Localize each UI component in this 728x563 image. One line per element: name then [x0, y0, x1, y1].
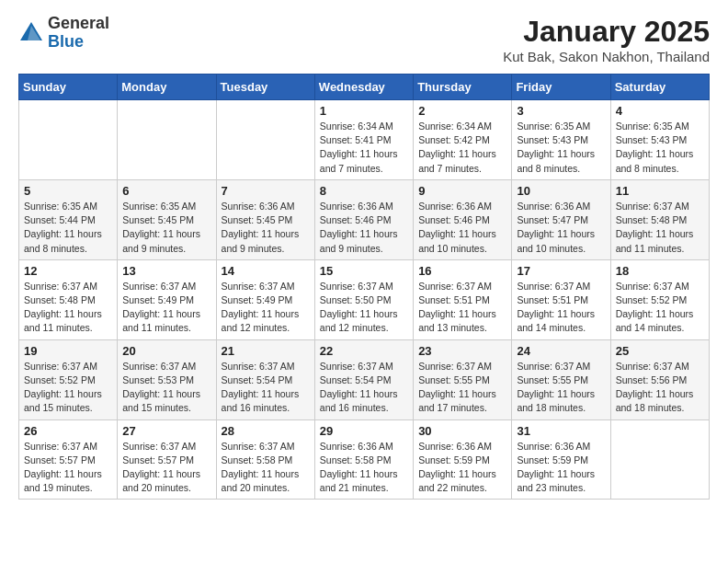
day-info: Sunrise: 6:36 AM Sunset: 5:47 PM Dayligh…: [517, 200, 605, 256]
day-number: 11: [616, 184, 704, 198]
logo-blue-text: Blue: [48, 33, 109, 52]
calendar-cell: 20Sunrise: 6:37 AM Sunset: 5:53 PM Dayli…: [118, 339, 216, 419]
calendar-cell: 3Sunrise: 6:35 AM Sunset: 5:43 PM Daylig…: [512, 100, 610, 180]
day-info: Sunrise: 6:37 AM Sunset: 5:57 PM Dayligh…: [122, 440, 210, 496]
day-info: Sunrise: 6:37 AM Sunset: 5:56 PM Dayligh…: [616, 360, 704, 416]
week-row-2: 5Sunrise: 6:35 AM Sunset: 5:44 PM Daylig…: [19, 179, 710, 259]
calendar-table: SundayMondayTuesdayWednesdayThursdayFrid…: [18, 74, 710, 500]
day-info: Sunrise: 6:37 AM Sunset: 5:53 PM Dayligh…: [122, 360, 210, 416]
day-info: Sunrise: 6:34 AM Sunset: 5:41 PM Dayligh…: [320, 120, 408, 176]
day-info: Sunrise: 6:35 AM Sunset: 5:45 PM Dayligh…: [122, 200, 210, 256]
day-info: Sunrise: 6:37 AM Sunset: 5:49 PM Dayligh…: [122, 280, 210, 336]
calendar-cell: 1Sunrise: 6:34 AM Sunset: 5:41 PM Daylig…: [314, 100, 413, 180]
day-number: 3: [517, 104, 605, 118]
calendar-cell: [216, 100, 314, 180]
calendar-cell: 19Sunrise: 6:37 AM Sunset: 5:52 PM Dayli…: [19, 339, 118, 419]
weekday-header-thursday: Thursday: [414, 75, 512, 100]
day-info: Sunrise: 6:34 AM Sunset: 5:42 PM Dayligh…: [418, 120, 506, 176]
calendar-cell: 14Sunrise: 6:37 AM Sunset: 5:49 PM Dayli…: [216, 259, 314, 339]
calendar-cell: 27Sunrise: 6:37 AM Sunset: 5:57 PM Dayli…: [118, 419, 216, 500]
day-number: 22: [320, 344, 408, 358]
title-block: January 2025 Kut Bak, Sakon Nakhon, Thai…: [503, 15, 710, 64]
day-info: Sunrise: 6:37 AM Sunset: 5:50 PM Dayligh…: [320, 280, 408, 336]
day-number: 21: [222, 344, 310, 358]
day-info: Sunrise: 6:35 AM Sunset: 5:43 PM Dayligh…: [616, 120, 704, 176]
weekday-header-sunday: Sunday: [19, 75, 118, 100]
day-info: Sunrise: 6:37 AM Sunset: 5:57 PM Dayligh…: [24, 440, 112, 496]
calendar-cell: 2Sunrise: 6:34 AM Sunset: 5:42 PM Daylig…: [414, 100, 512, 180]
weekday-header-saturday: Saturday: [610, 75, 709, 100]
calendar-cell: 15Sunrise: 6:37 AM Sunset: 5:50 PM Dayli…: [314, 259, 413, 339]
day-info: Sunrise: 6:36 AM Sunset: 5:46 PM Dayligh…: [320, 200, 408, 256]
calendar-cell: [19, 100, 118, 180]
calendar-cell: 9Sunrise: 6:36 AM Sunset: 5:46 PM Daylig…: [414, 179, 512, 259]
calendar-cell: 6Sunrise: 6:35 AM Sunset: 5:45 PM Daylig…: [118, 179, 216, 259]
day-number: 9: [418, 184, 506, 198]
calendar-cell: [118, 100, 216, 180]
calendar-cell: 16Sunrise: 6:37 AM Sunset: 5:51 PM Dayli…: [414, 259, 512, 339]
weekday-header-row: SundayMondayTuesdayWednesdayThursdayFrid…: [19, 75, 710, 100]
day-number: 24: [517, 344, 605, 358]
week-row-5: 26Sunrise: 6:37 AM Sunset: 5:57 PM Dayli…: [19, 419, 710, 500]
day-number: 4: [616, 104, 704, 118]
location: Kut Bak, Sakon Nakhon, Thailand: [503, 49, 710, 64]
day-info: Sunrise: 6:37 AM Sunset: 5:51 PM Dayligh…: [418, 280, 506, 336]
day-info: Sunrise: 6:35 AM Sunset: 5:43 PM Dayligh…: [517, 120, 605, 176]
day-number: 16: [418, 264, 506, 278]
day-number: 12: [24, 264, 112, 278]
day-number: 8: [320, 184, 408, 198]
day-number: 29: [320, 424, 408, 438]
week-row-3: 12Sunrise: 6:37 AM Sunset: 5:48 PM Dayli…: [19, 259, 710, 339]
day-info: Sunrise: 6:36 AM Sunset: 5:58 PM Dayligh…: [320, 440, 408, 496]
day-number: 26: [24, 424, 112, 438]
day-info: Sunrise: 6:37 AM Sunset: 5:54 PM Dayligh…: [222, 360, 310, 416]
day-number: 6: [122, 184, 210, 198]
day-number: 5: [24, 184, 112, 198]
weekday-header-wednesday: Wednesday: [314, 75, 413, 100]
calendar-cell: 28Sunrise: 6:37 AM Sunset: 5:58 PM Dayli…: [216, 419, 314, 500]
calendar-cell: 21Sunrise: 6:37 AM Sunset: 5:54 PM Dayli…: [216, 339, 314, 419]
calendar-cell: 7Sunrise: 6:36 AM Sunset: 5:45 PM Daylig…: [216, 179, 314, 259]
logo-icon: [18, 20, 44, 46]
calendar-cell: 8Sunrise: 6:36 AM Sunset: 5:46 PM Daylig…: [314, 179, 413, 259]
day-info: Sunrise: 6:37 AM Sunset: 5:48 PM Dayligh…: [616, 200, 704, 256]
calendar-cell: 26Sunrise: 6:37 AM Sunset: 5:57 PM Dayli…: [19, 419, 118, 500]
day-info: Sunrise: 6:37 AM Sunset: 5:48 PM Dayligh…: [24, 280, 112, 336]
day-info: Sunrise: 6:37 AM Sunset: 5:54 PM Dayligh…: [320, 360, 408, 416]
day-info: Sunrise: 6:35 AM Sunset: 5:44 PM Dayligh…: [24, 200, 112, 256]
weekday-header-monday: Monday: [118, 75, 216, 100]
day-number: 1: [320, 104, 408, 118]
calendar-cell: 13Sunrise: 6:37 AM Sunset: 5:49 PM Dayli…: [118, 259, 216, 339]
day-number: 23: [418, 344, 506, 358]
weekday-header-friday: Friday: [512, 75, 610, 100]
day-number: 25: [616, 344, 704, 358]
day-info: Sunrise: 6:37 AM Sunset: 5:55 PM Dayligh…: [418, 360, 506, 416]
calendar-cell: 4Sunrise: 6:35 AM Sunset: 5:43 PM Daylig…: [610, 100, 709, 180]
calendar-cell: 12Sunrise: 6:37 AM Sunset: 5:48 PM Dayli…: [19, 259, 118, 339]
day-number: 13: [122, 264, 210, 278]
day-number: 15: [320, 264, 408, 278]
logo-general-text: General: [48, 15, 109, 33]
day-info: Sunrise: 6:36 AM Sunset: 5:45 PM Dayligh…: [222, 200, 310, 256]
day-number: 19: [24, 344, 112, 358]
day-info: Sunrise: 6:37 AM Sunset: 5:49 PM Dayligh…: [222, 280, 310, 336]
day-info: Sunrise: 6:36 AM Sunset: 5:46 PM Dayligh…: [418, 200, 506, 256]
day-info: Sunrise: 6:37 AM Sunset: 5:52 PM Dayligh…: [24, 360, 112, 416]
calendar-cell: 25Sunrise: 6:37 AM Sunset: 5:56 PM Dayli…: [610, 339, 709, 419]
day-number: 17: [517, 264, 605, 278]
day-number: 27: [122, 424, 210, 438]
weekday-header-tuesday: Tuesday: [216, 75, 314, 100]
day-number: 2: [418, 104, 506, 118]
calendar-cell: 5Sunrise: 6:35 AM Sunset: 5:44 PM Daylig…: [19, 179, 118, 259]
day-number: 28: [222, 424, 310, 438]
day-number: 7: [222, 184, 310, 198]
day-info: Sunrise: 6:37 AM Sunset: 5:58 PM Dayligh…: [222, 440, 310, 496]
day-number: 20: [122, 344, 210, 358]
day-info: Sunrise: 6:36 AM Sunset: 5:59 PM Dayligh…: [517, 440, 605, 496]
day-info: Sunrise: 6:37 AM Sunset: 5:51 PM Dayligh…: [517, 280, 605, 336]
calendar-cell: 18Sunrise: 6:37 AM Sunset: 5:52 PM Dayli…: [610, 259, 709, 339]
calendar-cell: [610, 419, 709, 500]
calendar-cell: 10Sunrise: 6:36 AM Sunset: 5:47 PM Dayli…: [512, 179, 610, 259]
calendar-cell: 24Sunrise: 6:37 AM Sunset: 5:55 PM Dayli…: [512, 339, 610, 419]
logo: General Blue: [18, 15, 109, 52]
